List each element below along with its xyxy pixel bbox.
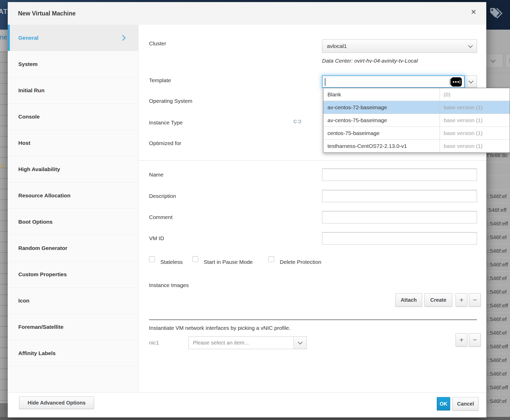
table-row: ::546f:eff bbox=[486, 381, 510, 394]
breadcrumb-fragment: ine bbox=[0, 33, 7, 41]
template-dropdown-list: Blank (0) av-centos-72-baseimage base ve… bbox=[323, 88, 510, 153]
table-row bbox=[486, 162, 510, 176]
cluster-select[interactable]: avlocal1 bbox=[322, 39, 477, 53]
unlink-icon: CC bbox=[293, 119, 301, 124]
stateless-checkbox-group: Stateless bbox=[149, 256, 183, 265]
table-row: ::546f:eff bbox=[486, 217, 510, 231]
template-option-centos-75[interactable]: centos-75-baseimage base version (1) bbox=[323, 127, 510, 140]
description-label: Description bbox=[149, 193, 176, 199]
chevron-down-icon bbox=[468, 43, 473, 48]
vm-id-input[interactable] bbox=[322, 232, 477, 245]
description-input[interactable] bbox=[322, 190, 477, 202]
input-method-indicator-icon bbox=[451, 77, 462, 87]
sidebar-item-foreman-satellite[interactable]: Foreman/Satellite bbox=[8, 314, 138, 340]
template-option-av-centos-75[interactable]: av-centos-75-baseimage base version (1) bbox=[323, 114, 510, 127]
delete-protection-checkbox[interactable] bbox=[268, 256, 274, 262]
table-row: ::546f:ef bbox=[486, 244, 510, 258]
chevron-down-icon bbox=[491, 58, 495, 62]
table-row: ::546f:ef bbox=[486, 190, 510, 203]
comment-label: Comment bbox=[149, 214, 172, 220]
datacenter-note: Data Center: ovirt-hv-04-avinity-tv-Loca… bbox=[322, 58, 418, 64]
template-option-blank[interactable]: Blank (0) bbox=[323, 88, 510, 101]
dialog-header: New Virtual Machine ✕ bbox=[8, 2, 486, 25]
tags-icon bbox=[488, 6, 503, 22]
table-row: ::546f:ef bbox=[486, 354, 510, 367]
vm-id-label: VM ID bbox=[149, 235, 164, 241]
name-input[interactable] bbox=[322, 169, 477, 181]
template-label: Template bbox=[149, 77, 171, 83]
section-divider bbox=[139, 160, 486, 161]
operating-system-label: Operating System bbox=[149, 98, 192, 104]
table-row: ::546f:eff bbox=[486, 258, 510, 272]
create-button[interactable]: Create bbox=[424, 293, 452, 307]
table-row: ::546f:ef bbox=[486, 394, 510, 408]
template-input[interactable] bbox=[322, 75, 465, 88]
sidebar-item-icon[interactable]: Icon bbox=[8, 288, 138, 314]
optimized-for-label: Optimized for bbox=[149, 140, 181, 146]
chevron-down-icon bbox=[293, 337, 307, 349]
add-image-button[interactable]: + bbox=[456, 293, 467, 307]
screen: ATI ine » M f:fe88:8c ::546f:ef :546f:ef… bbox=[0, 0, 510, 420]
nic-instruction: Instantiate VM network interfaces by pic… bbox=[149, 325, 291, 331]
instance-type-label: Instance Type bbox=[149, 120, 183, 126]
dialog-sidebar: General System Initial Run Console Host … bbox=[8, 25, 138, 392]
cluster-label: Cluster bbox=[149, 40, 166, 47]
dialog-title: New Virtual Machine bbox=[18, 2, 76, 25]
sidebar-item-high-availability[interactable]: High Availability bbox=[8, 156, 138, 182]
template-option-av-centos-72[interactable]: av-centos-72-baseimage base version (1) bbox=[323, 101, 510, 114]
vm-status-down-icon: » bbox=[0, 164, 6, 168]
background-rows-right: f:fe88:8c ::546f:ef :546f:eff ::546f:eff… bbox=[486, 149, 510, 408]
sidebar-item-random-generator[interactable]: Random Generator bbox=[8, 235, 138, 261]
sidebar-item-general[interactable]: General bbox=[8, 25, 138, 51]
sidebar-item-initial-run[interactable]: Initial Run bbox=[8, 77, 138, 104]
background-table-left: » bbox=[0, 30, 8, 420]
table-row: :546f:eff bbox=[486, 203, 510, 217]
ok-button[interactable]: OK bbox=[437, 397, 450, 410]
table-row: ::546f:eff bbox=[486, 340, 510, 354]
sidebar-item-resource-allocation[interactable]: Resource Allocation bbox=[8, 182, 138, 209]
nic-section-divider bbox=[149, 320, 477, 320]
comment-input[interactable] bbox=[322, 211, 477, 223]
table-row: ::546f:ef bbox=[486, 272, 510, 285]
table-row bbox=[486, 176, 510, 190]
dialog-footer: Hide Advanced Options OK Cancel bbox=[8, 392, 486, 417]
chevron-down-icon bbox=[468, 79, 473, 83]
close-icon[interactable]: ✕ bbox=[471, 9, 476, 16]
template-combobox bbox=[322, 75, 477, 88]
add-nic-button[interactable]: + bbox=[456, 333, 467, 347]
instance-images-label: Instance Images bbox=[149, 282, 189, 288]
nic1-label: nic1 bbox=[149, 340, 159, 346]
sidebar-item-host[interactable]: Host bbox=[8, 130, 138, 156]
nic1-profile-select[interactable]: Please select an item... bbox=[188, 336, 307, 349]
background-more-button: M bbox=[505, 54, 510, 68]
cancel-button[interactable]: Cancel bbox=[453, 397, 479, 410]
sidebar-item-system[interactable]: System bbox=[8, 51, 138, 77]
divider bbox=[486, 73, 510, 73]
table-row: ::546f:ef bbox=[486, 367, 510, 381]
delete-protection-checkbox-group: Delete Protection bbox=[268, 256, 321, 265]
pause-mode-label: Start in Pause Mode bbox=[204, 259, 253, 265]
sidebar-item-affinity-labels[interactable]: Affinity Labels bbox=[8, 340, 138, 366]
remove-image-button[interactable]: − bbox=[469, 293, 481, 307]
table-row: ::546f:eff bbox=[486, 299, 510, 313]
background-rows-left bbox=[0, 52, 8, 403]
sidebar-item-custom-properties[interactable]: Custom Properties bbox=[8, 261, 138, 288]
pause-mode-checkbox-group: Start in Pause Mode bbox=[192, 256, 253, 265]
table-row: ::546f:ef bbox=[486, 326, 510, 340]
text-cursor bbox=[325, 78, 325, 86]
stateless-checkbox[interactable] bbox=[149, 256, 155, 262]
dialog-content: Cluster avlocal1 Data Center: ovirt-hv-0… bbox=[139, 25, 486, 394]
attach-button[interactable]: Attach bbox=[395, 293, 422, 307]
template-option-testharness[interactable]: testharness-CentOS72-2.13.0-v1 base vers… bbox=[323, 140, 510, 153]
table-row: ::546f:ef bbox=[486, 231, 510, 244]
pause-mode-checkbox[interactable] bbox=[192, 256, 198, 262]
table-row: ::546f:ef bbox=[486, 285, 510, 299]
name-label: Name bbox=[149, 172, 163, 178]
sidebar-item-console[interactable]: Console bbox=[8, 104, 138, 130]
new-vm-dialog: New Virtual Machine ✕ General System Ini… bbox=[8, 2, 486, 417]
hide-advanced-options-button[interactable]: Hide Advanced Options bbox=[19, 397, 94, 409]
template-dropdown-button[interactable] bbox=[465, 75, 477, 88]
remove-nic-button[interactable]: − bbox=[469, 333, 481, 347]
stateless-label: Stateless bbox=[160, 259, 183, 265]
sidebar-item-boot-options[interactable]: Boot Options bbox=[8, 209, 138, 235]
